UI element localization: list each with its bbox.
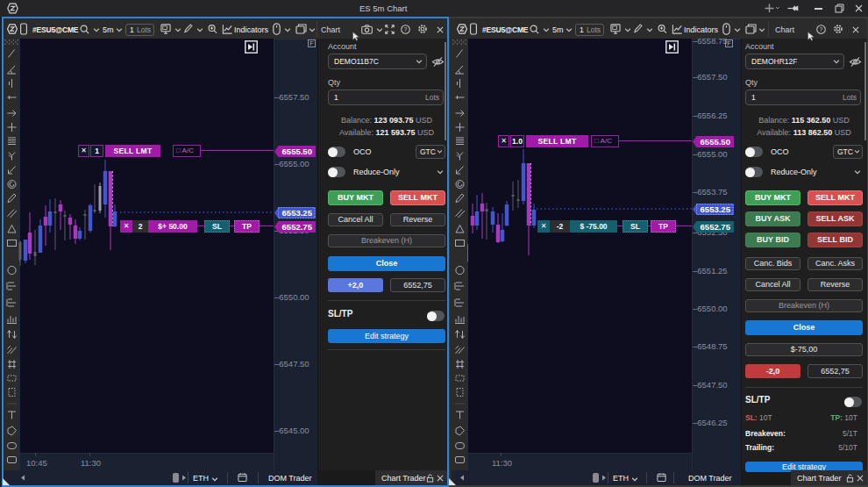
svg-text:6553.25: 6553.25: [701, 204, 731, 213]
svg-text:6552.75: 6552.75: [701, 221, 731, 231]
svg-text:6555.50: 6555.50: [701, 136, 730, 146]
